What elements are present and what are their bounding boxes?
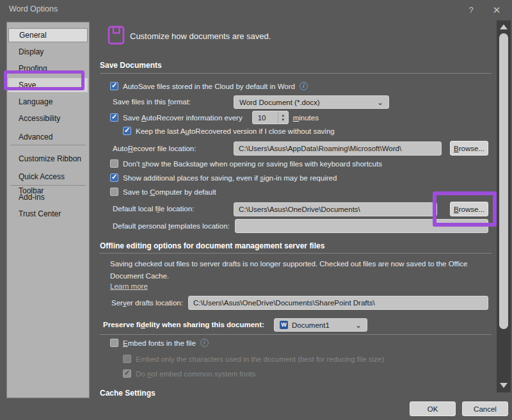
- autosave-row: AutoSave files stored in the Cloud by de…: [110, 82, 308, 90]
- offline-description: Saving checked out files to server draft…: [110, 258, 499, 282]
- minutes-label: minutes: [293, 114, 319, 122]
- section-divider: [100, 334, 492, 335]
- chevron-down-icon: ⌄: [355, 322, 362, 328]
- embed-only-label: Embed only the characters used in the do…: [136, 355, 384, 363]
- learn-more-link[interactable]: Learn more: [110, 282, 148, 290]
- no-common-fonts-label: Do not embed common system fonts: [136, 370, 255, 378]
- templates-input[interactable]: [235, 219, 488, 233]
- close-icon[interactable]: ✕: [489, 3, 504, 17]
- backstage-row: Don't show the Backstage when opening or…: [110, 159, 382, 168]
- section-divider: [100, 253, 492, 254]
- keep-last-checkbox[interactable]: [123, 127, 131, 135]
- spinner-down-icon[interactable]: ▼: [281, 118, 285, 122]
- backstage-checkbox[interactable]: [110, 159, 118, 168]
- save-floppy-icon: [108, 26, 125, 45]
- no-common-fonts-row: Do not embed common system fonts: [123, 369, 255, 378]
- preserve-fidelity-label: Preserve fidelity when sharing this docu…: [103, 321, 264, 328]
- sidebar-item-add-ins[interactable]: Add-ins: [8, 190, 88, 204]
- format-dropdown[interactable]: Word Document (*.docx) ⌄: [234, 95, 389, 109]
- info-icon[interactable]: i: [200, 339, 209, 347]
- section-save-documents: Save Documents: [100, 61, 162, 70]
- spinner-up-icon[interactable]: ▲: [281, 113, 285, 117]
- section-offline-editing: Offline editing options for document man…: [100, 241, 324, 250]
- document-dropdown-value: Document1: [292, 321, 351, 329]
- page-title: Customize how documents are saved.: [130, 31, 271, 41]
- embed-fonts-label[interactable]: Embed fonts in the file: [123, 339, 196, 347]
- sidebar-item-customize-ribbon[interactable]: Customize Ribbon: [8, 152, 88, 166]
- server-drafts-input[interactable]: [188, 296, 488, 310]
- sidebar-item-advanced[interactable]: Advanced: [8, 130, 88, 144]
- default-local-label: Default local file location:: [113, 205, 194, 213]
- embed-only-row: Embed only the characters used in the do…: [123, 355, 384, 363]
- cancel-button[interactable]: Cancel: [462, 401, 508, 416]
- autosave-checkbox[interactable]: [110, 82, 118, 90]
- section-cache-settings: Cache Settings: [100, 389, 156, 398]
- window-title: Word Options: [9, 4, 58, 13]
- server-drafts-label: Server drafts location:: [111, 299, 183, 307]
- sidebar-item-proofing[interactable]: Proofing: [8, 61, 88, 76]
- sidebar-divider: [10, 145, 86, 145]
- show-additional-row: Show additional places for saving, even …: [110, 174, 337, 182]
- minutes-value: 10: [253, 114, 278, 122]
- format-value: Word Document (*.docx): [239, 99, 373, 106]
- show-additional-label[interactable]: Show additional places for saving, even …: [123, 174, 337, 182]
- sidebar-item-display[interactable]: Display: [8, 45, 88, 59]
- keep-last-label[interactable]: Keep the last AutoRecovered version if I…: [136, 127, 335, 135]
- default-local-input[interactable]: [234, 202, 437, 216]
- sidebar-item-save[interactable]: Save: [8, 78, 88, 92]
- help-icon[interactable]: ?: [463, 3, 479, 17]
- backstage-label[interactable]: Don't show the Backstage when opening or…: [123, 160, 382, 168]
- embed-fonts-row: Embed fonts in the file i: [110, 339, 209, 347]
- autorecover-browse-button[interactable]: Browse...: [450, 141, 488, 156]
- server-drafts-row: Server drafts location:: [111, 296, 488, 310]
- sidebar-item-general[interactable]: General: [8, 28, 88, 42]
- autorecover-location-input[interactable]: [234, 141, 442, 156]
- autorecover-location-label: AutoRecover file location:: [113, 145, 196, 152]
- scrollbar-thumb[interactable]: [499, 33, 508, 329]
- templates-label: Default personal templates location:: [113, 222, 230, 230]
- minutes-spinner[interactable]: 10 ▲ ▼: [252, 111, 289, 124]
- format-label: Save files in this format:: [113, 98, 191, 106]
- autorecover-label[interactable]: Save AutoRecover information every: [123, 114, 243, 122]
- embed-only-checkbox: [123, 355, 131, 363]
- sidebar: General Display Proofing Save Language A…: [6, 22, 90, 398]
- scroll-up-icon[interactable]: [500, 24, 508, 29]
- save-to-computer-row: Save to Computer by default: [110, 188, 216, 196]
- save-to-computer-checkbox[interactable]: [110, 188, 118, 196]
- sidebar-item-quick-access-toolbar[interactable]: Quick Access Toolbar: [8, 170, 88, 184]
- autorecover-checkbox[interactable]: [110, 113, 118, 122]
- show-additional-checkbox[interactable]: [110, 174, 118, 182]
- embed-fonts-checkbox[interactable]: [110, 339, 118, 347]
- sidebar-item-accessibility[interactable]: Accessibility: [8, 111, 88, 125]
- save-to-computer-label[interactable]: Save to Computer by default: [123, 188, 216, 196]
- autosave-label[interactable]: AutoSave files stored in the Cloud by de…: [123, 83, 295, 90]
- scroll-down-icon[interactable]: [500, 383, 508, 388]
- section-divider: [100, 73, 492, 74]
- autorecover-row: Save AutoRecover information every 10 ▲ …: [110, 111, 319, 124]
- default-local-browse-button[interactable]: Browse...: [450, 202, 488, 216]
- document-dropdown[interactable]: W Document1 ⌄: [274, 318, 367, 332]
- templates-row: Default personal templates location:: [113, 219, 488, 233]
- ok-button[interactable]: OK: [410, 401, 456, 416]
- sidebar-item-trust-center[interactable]: Trust Center: [8, 207, 88, 221]
- sidebar-divider: [10, 185, 86, 186]
- no-common-fonts-checkbox: [123, 369, 131, 378]
- sidebar-item-language[interactable]: Language: [8, 95, 88, 109]
- chevron-down-icon: ⌄: [377, 99, 383, 106]
- word-document-icon: W: [280, 321, 288, 329]
- info-icon[interactable]: i: [300, 82, 308, 90]
- keep-last-row: Keep the last AutoRecovered version if I…: [123, 127, 335, 135]
